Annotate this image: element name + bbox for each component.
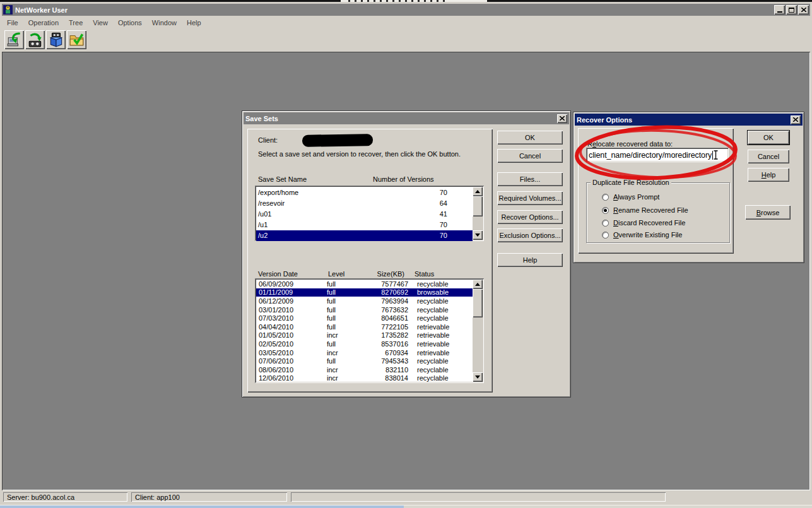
menu-options[interactable]: Options (113, 18, 147, 28)
toolbar (2, 28, 810, 52)
minimize-button[interactable] (774, 5, 785, 15)
minimize-icon (777, 11, 782, 13)
archive-volumes-icon (48, 32, 64, 48)
arrow-down-icon (475, 375, 480, 379)
ok-button[interactable]: OK (497, 131, 563, 145)
close-icon (793, 117, 798, 122)
close-icon (801, 8, 806, 12)
size-header: Size(KB) (365, 270, 404, 278)
status-header: Status (415, 270, 434, 278)
verify-files-button[interactable] (67, 30, 86, 49)
version-row[interactable]: 02/05/2010full8537016retrievable (256, 340, 473, 348)
version-row[interactable]: 06/09/2009full7577467recyclable (256, 280, 473, 288)
save-set-row[interactable]: /export/home70 (256, 187, 473, 198)
instruction-text: Select a save set and version to recover… (258, 150, 461, 158)
recover-options-titlebar[interactable]: Recover Options (575, 114, 803, 126)
radio-icon-selected (602, 207, 609, 214)
version-row[interactable]: 01/05/2010incr1735282retrievable (256, 331, 473, 340)
client-name-redaction (302, 134, 373, 147)
recover-options-button[interactable]: Recover Options... (497, 210, 563, 224)
taskbar-edge-blue (0, 505, 404, 508)
status-client: Client: app100 (131, 492, 287, 502)
save-sets-close-button[interactable] (557, 114, 567, 123)
save-sets-titlebar[interactable]: Save Sets (244, 112, 569, 124)
menu-tree[interactable]: Tree (64, 18, 88, 28)
close-button[interactable] (798, 5, 809, 15)
level-header: Level (328, 270, 344, 278)
version-list: 06/09/2009full7577467recyclable 01/11/20… (255, 278, 484, 383)
version-row[interactable]: 04/04/2010full7722105retrievable (256, 322, 473, 331)
version-row[interactable]: 07/06/2010full7945343recyclable (256, 357, 473, 365)
recover-from-media-button[interactable] (25, 30, 45, 49)
maximize-button[interactable] (786, 5, 797, 15)
radio-icon (602, 194, 609, 201)
save-set-row[interactable]: /resevoir64 (256, 198, 473, 208)
menu-view[interactable]: View (88, 18, 113, 28)
window-titlebar[interactable]: NetWorker User (2, 4, 810, 16)
version-row[interactable]: 12/06/2010incr838014recyclable (256, 374, 473, 383)
version-date-header: Version Date (258, 270, 298, 278)
scroll-down-button[interactable] (473, 230, 483, 240)
window-title: NetWorker User (15, 6, 68, 14)
radio-rename-recovered-file[interactable]: Rename Recovered File (602, 206, 688, 214)
help-button[interactable]: Help (748, 168, 789, 182)
menubar: File Operation Tree View Options Window … (2, 16, 810, 28)
save-set-list: /export/home70 /resevoir64 /u0141 /u170 … (255, 186, 484, 241)
screen: NetWorker User File Operation Tree View … (0, 0, 812, 508)
recover-to-client-button[interactable] (4, 30, 24, 49)
radio-overwrite-existing-file[interactable]: Overwrite Existing File (602, 231, 682, 239)
ibeam-cursor-icon (713, 150, 719, 160)
recover-to-client-icon (6, 32, 23, 48)
save-set-name-header: Save Set Name (258, 175, 307, 183)
files-button[interactable]: Files... (497, 172, 563, 186)
scroll-up-button[interactable] (473, 280, 483, 289)
status-extra (291, 492, 666, 502)
menu-operation[interactable]: Operation (23, 18, 64, 28)
radio-discard-recovered-file[interactable]: Discard Recovered File (602, 219, 685, 227)
menu-file[interactable]: File (2, 18, 23, 28)
version-row-selected[interactable]: 01/11/2009full8270692browsable (256, 288, 473, 297)
taskbar-edge (0, 505, 812, 508)
version-row[interactable]: 07/03/2010full8046651recyclable (256, 314, 473, 322)
save-sets-dialog: Save Sets Client: Select a save set and … (242, 110, 571, 398)
close-icon (560, 116, 565, 121)
arrow-up-icon (475, 190, 480, 193)
archive-volumes-button[interactable] (46, 30, 66, 49)
maximize-icon (789, 8, 794, 13)
duplicate-file-resolution-group: Duplicate File Resolution Always Prompt … (586, 182, 730, 243)
statusbar: Server: bu900.acol.ca Client: app100 (2, 490, 810, 503)
version-row[interactable]: 03/05/2010incr670934retrievable (256, 348, 473, 357)
menu-help[interactable]: Help (182, 18, 206, 28)
save-set-row-selected[interactable]: /u270 (256, 230, 473, 241)
save-set-scrollbar[interactable] (473, 187, 483, 240)
cancel-button[interactable]: Cancel (748, 150, 789, 163)
radio-always-prompt[interactable]: Always Prompt (602, 193, 659, 201)
relocate-input[interactable]: client_name/directory/moredirectory (586, 148, 729, 162)
version-row[interactable]: 03/01/2010full7673632recyclable (256, 305, 473, 314)
relocate-label: Relocate recovered data to: (587, 140, 673, 148)
menu-window[interactable]: Window (147, 18, 182, 28)
help-button[interactable]: Help (497, 253, 563, 267)
version-row[interactable]: 06/12/2009full7963994recyclable (256, 297, 473, 305)
scrollbar-thumb[interactable] (473, 289, 483, 317)
cancel-button[interactable]: Cancel (497, 149, 563, 163)
browse-button[interactable]: Browse (745, 205, 791, 220)
recover-options-close-button[interactable] (791, 115, 801, 124)
version-scrollbar[interactable] (473, 280, 483, 382)
group-label: Duplicate File Resolution (591, 179, 671, 186)
scrollbar-thumb[interactable] (473, 196, 483, 216)
app-icon (3, 5, 13, 15)
status-server: Server: bu900.acol.ca (3, 492, 127, 502)
version-row[interactable]: 08/06/2010incr832110recyclable (256, 365, 473, 374)
recover-options-title: Recover Options (577, 116, 632, 124)
ok-button[interactable]: OK (748, 131, 789, 145)
save-set-row[interactable]: /u0141 (256, 208, 473, 219)
scroll-down-button[interactable] (473, 372, 483, 382)
required-volumes-button[interactable]: Required Volumes... (497, 191, 563, 205)
scroll-up-button[interactable] (473, 187, 483, 196)
radio-icon (602, 232, 609, 239)
number-of-versions-header: Number of Versions (373, 175, 434, 183)
exclusion-options-button[interactable]: Exclusion Options... (497, 228, 563, 242)
save-set-row[interactable]: /u170 (256, 220, 473, 230)
recover-options-dialog: Recover Options Relocate recovered data … (573, 112, 804, 263)
